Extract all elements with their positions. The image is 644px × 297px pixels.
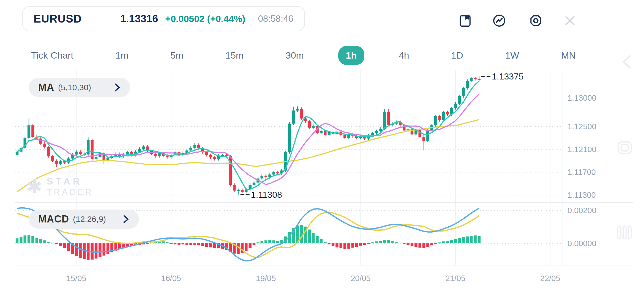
- date-tick: 19/05: [256, 274, 276, 283]
- tab-1m[interactable]: 1m: [108, 46, 136, 65]
- ma-indicator-name: MA: [38, 82, 54, 93]
- symbol-label: EURUSD: [34, 13, 82, 25]
- star-logo-icon: ✱: [26, 177, 42, 196]
- tab-1h[interactable]: 1h: [338, 46, 365, 65]
- date-tick: 16/05: [161, 274, 181, 283]
- ma10-line: [17, 94, 479, 185]
- rounded-square-icon: [617, 141, 632, 155]
- close-button[interactable]: [563, 14, 577, 28]
- tab-tick-chart[interactable]: Tick Chart: [23, 46, 81, 65]
- trend-circle-icon: [492, 14, 506, 28]
- date-tick: 20/05: [351, 274, 371, 283]
- macd-indicator-params: (12,26,9): [73, 215, 106, 224]
- macd-indicator-badge[interactable]: MACD (12,26,9): [29, 210, 139, 229]
- chevron-right-icon: [106, 215, 130, 224]
- price-tick: 1.13000: [567, 94, 596, 102]
- ma-indicator-params: (5,10,30): [58, 83, 91, 92]
- tab-4h[interactable]: 4h: [391, 46, 417, 65]
- drag-handle[interactable]: [616, 225, 633, 241]
- price-marker-high: 1.13375: [481, 72, 524, 81]
- price-tick: 1.12100: [567, 145, 596, 154]
- indicators-button[interactable]: [492, 14, 506, 28]
- tab-30m[interactable]: 30m: [278, 46, 312, 65]
- quote-header: EURUSD 1.13316 +0.00502 (+0.44%) 08:58:4…: [22, 6, 305, 31]
- tab-5m[interactable]: 5m: [163, 46, 191, 65]
- drag-bars-icon: [616, 225, 633, 240]
- date-tick: 15/05: [66, 274, 86, 283]
- close-icon: [563, 14, 577, 28]
- ma5-line: [17, 81, 479, 189]
- macd-tick: 0.00000: [567, 239, 596, 248]
- axis-labels: 1.130001.125001.121001.117001.113000.002…: [66, 94, 596, 283]
- date-tick: 21/05: [446, 274, 466, 283]
- date-tick: 22/05: [540, 274, 560, 283]
- tab-1w[interactable]: 1W: [497, 46, 527, 65]
- marker-label: 1.11308: [251, 190, 282, 200]
- price-tick: 1.11300: [567, 191, 596, 199]
- tab-15m[interactable]: 15m: [218, 46, 251, 65]
- tab-1d[interactable]: 1D: [443, 46, 471, 65]
- price-tick: 1.11700: [567, 168, 596, 177]
- chevron-right-icon: [97, 83, 121, 92]
- collapse-panel-button[interactable]: [619, 54, 635, 71]
- macd-indicator-name: MACD: [38, 213, 69, 225]
- price-tick: 1.12500: [567, 122, 596, 131]
- chevron-left-icon: [619, 54, 635, 70]
- macd-tick: 0.00200: [567, 206, 596, 215]
- watermark-line1: STAR: [47, 176, 93, 187]
- settings-nut-icon: [529, 14, 543, 28]
- ma-lines: [17, 81, 479, 192]
- tab-mn[interactable]: MN: [553, 46, 583, 65]
- quote-time: 08:58:46: [258, 13, 293, 24]
- marker-label: 1.13375: [492, 72, 524, 81]
- last-price: 1.13316: [120, 13, 158, 25]
- star-trader-watermark: ✱ STAR TRADER: [26, 176, 93, 197]
- screenshot-tool-button[interactable]: [617, 141, 632, 156]
- ma-indicator-badge[interactable]: MA (5,10,30): [29, 78, 130, 97]
- settings-button[interactable]: [529, 14, 543, 28]
- price-change: +0.00502 (+0.44%): [165, 13, 245, 24]
- bookmark-icon: [458, 14, 472, 28]
- watermark-line2: TRADER: [47, 187, 93, 197]
- bookmark-button[interactable]: [458, 14, 472, 28]
- timeframe-tabs: Tick Chart1m5m15m30m1h4h1D1WMN: [23, 43, 583, 67]
- gridlines: [15, 70, 633, 266]
